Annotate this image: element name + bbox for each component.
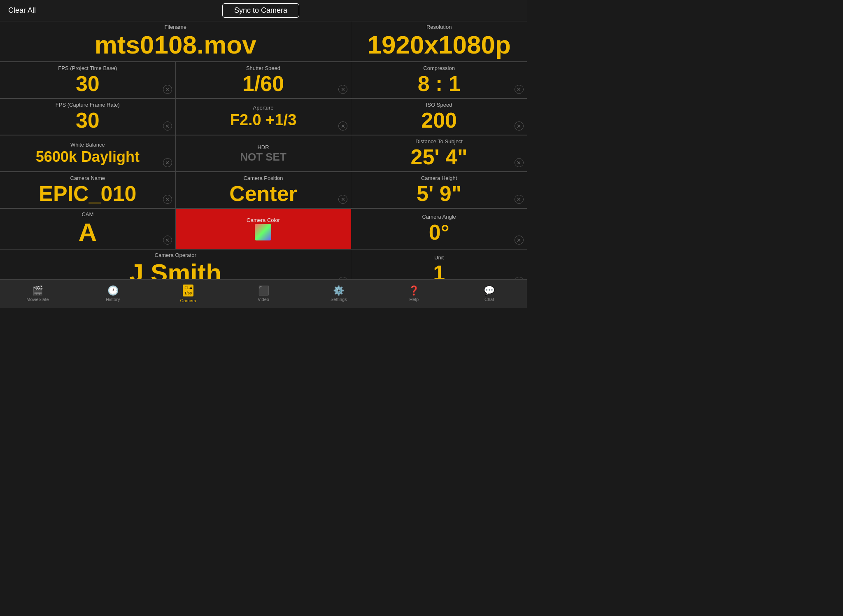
settings-label: Settings <box>331 297 347 302</box>
fps-project-value: 30 <box>76 72 100 96</box>
movieslate-icon: 🎬 <box>32 286 43 295</box>
hdr-value: NOT SET <box>240 151 286 163</box>
nav-settings[interactable]: ⚙️ Settings <box>301 286 376 302</box>
video-label: Video <box>258 297 269 302</box>
camera-name-cell[interactable]: Camera Name EPIC_010 ✕ <box>0 172 176 208</box>
aperture-value: F2.0 +1/3 <box>230 112 297 129</box>
camera-height-cell[interactable]: Camera Height 5' 9" ✕ <box>351 172 527 208</box>
row-wb-hdr-distance: White Balance 5600k Daylight ✕ HDR NOT S… <box>0 135 527 172</box>
nav-movieslate[interactable]: 🎬 MovieSlate <box>0 286 75 302</box>
fps-capture-label: FPS (Capture Frame Rate) <box>56 102 120 108</box>
camera-height-label: Camera Height <box>421 175 457 181</box>
camera-position-label: Camera Position <box>243 175 283 181</box>
nav-history[interactable]: 🕐 History <box>75 286 151 302</box>
unit-cell[interactable]: Unit 1 ✕ <box>351 250 527 279</box>
camera-label: Camera <box>180 298 196 303</box>
nav-chat[interactable]: 💬 Chat <box>452 286 527 302</box>
help-label: Help <box>409 297 419 302</box>
compression-value: 8 : 1 <box>418 72 461 96</box>
row-camname-pos-height: Camera Name EPIC_010 ✕ Camera Position C… <box>0 172 527 209</box>
wb-clear-icon[interactable]: ✕ <box>163 158 172 167</box>
camera-angle-value: 0° <box>429 221 449 244</box>
history-icon: 🕐 <box>107 286 119 295</box>
camera-color-cell[interactable]: Camera Color <box>176 209 352 249</box>
camera-name-label: Camera Name <box>70 175 105 181</box>
nav-camera[interactable]: F1.41/60 Camera <box>151 285 226 303</box>
nav-video[interactable]: ⬛ Video <box>226 286 301 302</box>
fps-project-cell[interactable]: FPS (Project Time Base) 30 ✕ <box>0 62 176 98</box>
camera-position-clear-icon[interactable]: ✕ <box>338 195 347 204</box>
fps-capture-clear-icon[interactable]: ✕ <box>163 121 172 131</box>
unit-label: Unit <box>434 254 444 261</box>
shutter-clear-icon[interactable]: ✕ <box>338 85 347 94</box>
aperture-label: Aperture <box>253 105 274 111</box>
distance-label: Distance To Subject <box>415 138 463 145</box>
row-cam-color-angle: CAM A ✕ Camera Color Camera Angle 0° ✕ <box>0 209 527 250</box>
camera-position-value: Center <box>229 182 297 205</box>
filename-label: Filename <box>164 24 186 30</box>
cam-clear-icon[interactable]: ✕ <box>163 236 172 245</box>
camera-operator-value: J Smith <box>129 259 221 279</box>
filename-cell[interactable]: Filename mts0108.mov <box>0 21 351 62</box>
fps-project-label: FPS (Project Time Base) <box>58 65 117 71</box>
camera-angle-clear-icon[interactable]: ✕ <box>515 236 524 245</box>
row-fps-shutter-compression: FPS (Project Time Base) 30 ✕ Shutter Spe… <box>0 62 527 99</box>
shutter-speed-label: Shutter Speed <box>246 65 280 71</box>
iso-label: ISO Speed <box>426 102 452 108</box>
white-balance-value: 5600k Daylight <box>36 149 140 165</box>
distance-value: 25' 4" <box>411 145 468 169</box>
camera-angle-cell[interactable]: Camera Angle 0° ✕ <box>351 209 527 249</box>
filename-row: Filename mts0108.mov Resolution 1920x108… <box>0 21 527 62</box>
sync-to-camera-button[interactable]: Sync to Camera <box>222 3 299 18</box>
help-icon: ❓ <box>408 286 419 295</box>
camera-height-clear-icon[interactable]: ✕ <box>515 195 524 204</box>
fps-capture-cell[interactable]: FPS (Capture Frame Rate) 30 ✕ <box>0 99 176 135</box>
camera-color-label: Camera Color <box>247 217 280 223</box>
color-swatch[interactable] <box>255 224 271 240</box>
nav-help[interactable]: ❓ Help <box>376 286 452 302</box>
cam-cell[interactable]: CAM A ✕ <box>0 209 176 249</box>
shutter-speed-cell[interactable]: Shutter Speed 1/60 ✕ <box>176 62 352 98</box>
chat-label: Chat <box>484 297 494 302</box>
camera-position-cell[interactable]: Camera Position Center ✕ <box>176 172 352 208</box>
shutter-speed-value: 1/60 <box>242 72 284 96</box>
iso-cell[interactable]: ISO Speed 200 ✕ <box>351 99 527 135</box>
fps-capture-value: 30 <box>76 109 100 132</box>
cam-label: CAM <box>82 211 93 217</box>
aperture-clear-icon[interactable]: ✕ <box>338 121 347 131</box>
compression-cell[interactable]: Compression 8 : 1 ✕ <box>351 62 527 98</box>
hdr-label: HDR <box>257 144 269 150</box>
row-fps-aperture-iso: FPS (Capture Frame Rate) 30 ✕ Aperture F… <box>0 99 527 135</box>
compression-label: Compression <box>423 65 455 71</box>
filename-value: mts0108.mov <box>95 31 256 59</box>
camera-operator-cell[interactable]: Camera Operator J Smith ✕ <box>0 250 351 279</box>
hdr-cell[interactable]: HDR NOT SET <box>176 135 352 172</box>
video-icon: ⬛ <box>258 286 269 295</box>
distance-clear-icon[interactable]: ✕ <box>515 158 524 167</box>
resolution-label: Resolution <box>426 24 452 30</box>
resolution-value: 1920x1080p <box>368 31 511 59</box>
movieslate-label: MovieSlate <box>26 297 49 302</box>
camera-operator-label: Camera Operator <box>155 252 196 258</box>
distance-cell[interactable]: Distance To Subject 25' 4" ✕ <box>351 135 527 172</box>
chat-icon: 💬 <box>484 286 495 295</box>
fps-project-clear-icon[interactable]: ✕ <box>163 85 172 94</box>
camera-icon: F1.41/60 <box>183 285 193 296</box>
history-label: History <box>106 297 120 302</box>
row-operator-unit: Camera Operator J Smith ✕ Unit 1 ✕ <box>0 250 527 279</box>
camera-height-value: 5' 9" <box>417 182 461 205</box>
cam-value: A <box>78 218 97 246</box>
clear-all-button[interactable]: Clear All <box>8 6 36 15</box>
iso-clear-icon[interactable]: ✕ <box>515 121 524 131</box>
header: Clear All Sync to Camera <box>0 0 527 21</box>
compression-clear-icon[interactable]: ✕ <box>515 85 524 94</box>
aperture-cell[interactable]: Aperture F2.0 +1/3 ✕ <box>176 99 352 135</box>
white-balance-label: White Balance <box>70 142 105 148</box>
white-balance-cell[interactable]: White Balance 5600k Daylight ✕ <box>0 135 176 172</box>
camera-name-clear-icon[interactable]: ✕ <box>163 195 172 204</box>
iso-value: 200 <box>421 109 457 132</box>
unit-value: 1 <box>433 261 445 279</box>
camera-name-value: EPIC_010 <box>39 182 136 205</box>
settings-icon: ⚙️ <box>333 286 344 295</box>
resolution-cell[interactable]: Resolution 1920x1080p <box>351 21 527 62</box>
